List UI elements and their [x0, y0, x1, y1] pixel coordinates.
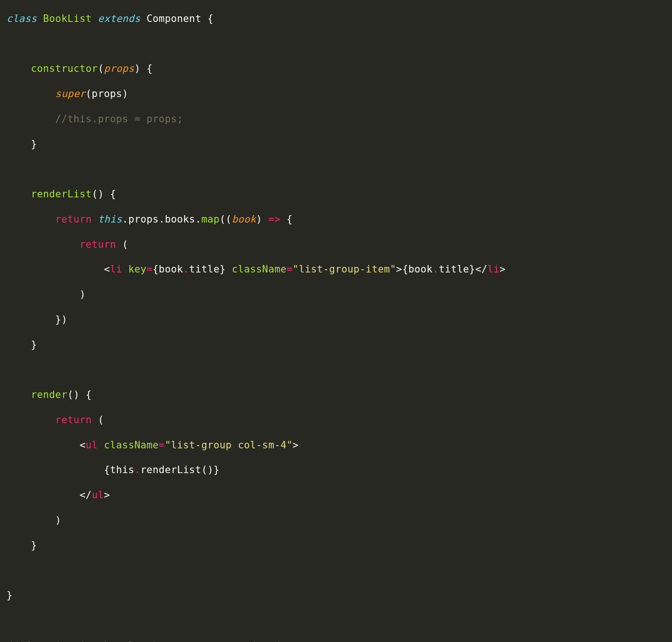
code-line: return this.props.books.map((book) => { — [7, 213, 665, 226]
code-line: <li key={book.title} className="list-gro… — [7, 263, 665, 276]
code-line: } — [7, 138, 665, 151]
code-line: class BookList extends Component { — [7, 13, 665, 25]
code-line — [7, 564, 665, 577]
code-line — [7, 38, 665, 50]
code-line: <ul className="list-group col-sm-4"> — [7, 439, 665, 452]
code-line: render() { — [7, 389, 665, 401]
code-line — [7, 163, 665, 175]
code-line: return ( — [7, 414, 665, 426]
code-line: {this.renderList()} — [7, 464, 665, 476]
code-line: } — [7, 589, 665, 602]
code-line: return ( — [7, 238, 665, 251]
code-line: }) — [7, 314, 665, 326]
code-line: renderList() { — [7, 188, 665, 201]
code-editor[interactable]: class BookList extends Component { const… — [0, 0, 672, 642]
code-line: constructor(props) { — [7, 63, 665, 75]
code-line: } — [7, 339, 665, 351]
code-line: ) — [7, 288, 665, 301]
code-line — [7, 363, 665, 376]
code-line: ) — [7, 514, 665, 527]
code-line: } — [7, 539, 665, 552]
code-line: super(props) — [7, 88, 665, 100]
code-line — [7, 614, 665, 627]
code-line: //this.props = props; — [7, 113, 665, 126]
code-line: // function is the glue between react an… — [7, 640, 665, 642]
code-line: </ul> — [7, 489, 665, 502]
